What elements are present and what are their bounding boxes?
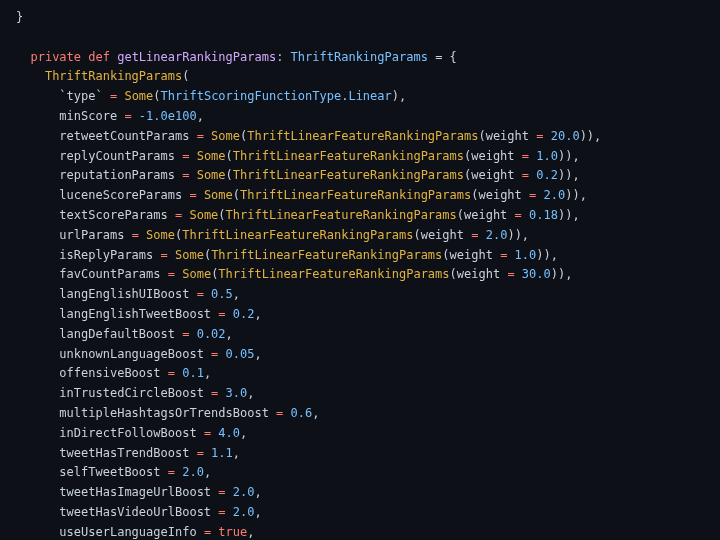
- some-call: Some: [175, 248, 204, 262]
- ranking-class: ThriftLinearFeatureRankingParams: [233, 149, 464, 163]
- weight-label: weight: [471, 149, 514, 163]
- colon: :: [276, 50, 283, 64]
- boost-name: langEnglishUIBoost: [59, 287, 189, 301]
- weight-label: weight: [450, 248, 493, 262]
- boost-val: 0.05: [226, 347, 255, 361]
- brace-close-prev: }: [16, 10, 23, 24]
- keyword-private: private: [30, 50, 81, 64]
- boost-val: 1.1: [211, 446, 233, 460]
- some-call: Some: [197, 149, 226, 163]
- weight-val: 1.0: [536, 149, 558, 163]
- eq-brace: = {: [435, 50, 457, 64]
- boost-val: 0.6: [291, 406, 313, 420]
- boost-name: unknownLanguageBoost: [59, 347, 204, 361]
- boost-name: tweetHasImageUrlBoost: [59, 485, 211, 499]
- boost-name: offensiveBoost: [59, 366, 160, 380]
- weight-label: weight: [457, 267, 500, 281]
- boost-val: 0.1: [182, 366, 204, 380]
- some-call: Some: [124, 89, 153, 103]
- eq: =: [110, 89, 117, 103]
- param-name: replyCountParams: [59, 149, 175, 163]
- some-call: Some: [146, 228, 175, 242]
- ranking-class: ThriftLinearFeatureRankingParams: [247, 129, 478, 143]
- useuserlang-val: true: [218, 525, 247, 539]
- boost-name: tweetHasVideoUrlBoost: [59, 505, 211, 519]
- ranking-class: ThriftLinearFeatureRankingParams: [218, 267, 449, 281]
- some-call: Some: [211, 129, 240, 143]
- weight-val: 0.2: [536, 168, 558, 182]
- weight-val: 20.0: [551, 129, 580, 143]
- param-type-name: `type`: [59, 89, 102, 103]
- boost-val: 0.2: [233, 307, 255, 321]
- some-call: Some: [197, 168, 226, 182]
- paren-open: (: [182, 69, 189, 83]
- ranking-class: ThriftLinearFeatureRankingParams: [211, 248, 442, 262]
- ctor-call: ThriftRankingParams: [45, 69, 182, 83]
- weight-val: 1.0: [515, 248, 537, 262]
- param-minscore-val: -1.0e100: [139, 109, 197, 123]
- weight-label: weight: [478, 188, 521, 202]
- weight-label: weight: [421, 228, 464, 242]
- enum-type: ThriftScoringFunctionType: [161, 89, 342, 103]
- boost-val: 4.0: [218, 426, 240, 440]
- ranking-class: ThriftLinearFeatureRankingParams: [233, 168, 464, 182]
- weight-val: 2.0: [486, 228, 508, 242]
- weight-label: weight: [486, 129, 529, 143]
- weight-val: 30.0: [522, 267, 551, 281]
- boost-name: langDefaultBoost: [59, 327, 175, 341]
- code-block: } private def getLinearRankingParams: Th…: [16, 8, 720, 540]
- boost-val: 3.0: [226, 386, 248, 400]
- function-name: getLinearRankingParams: [117, 50, 276, 64]
- some-call: Some: [189, 208, 218, 222]
- weight-label: weight: [471, 168, 514, 182]
- boost-name: selfTweetBoost: [59, 465, 160, 479]
- useuserlang-name: useUserLanguageInfo: [59, 525, 196, 539]
- param-name: reputationParams: [59, 168, 175, 182]
- return-type: ThriftRankingParams: [291, 50, 428, 64]
- weight-val: 2.0: [544, 188, 566, 202]
- param-name: retweetCountParams: [59, 129, 189, 143]
- boost-val: 2.0: [233, 505, 255, 519]
- boost-val: 2.0: [233, 485, 255, 499]
- some-call: Some: [204, 188, 233, 202]
- param-name: isReplyParams: [59, 248, 153, 262]
- param-minscore-name: minScore: [59, 109, 117, 123]
- ranking-class: ThriftLinearFeatureRankingParams: [226, 208, 457, 222]
- ranking-class: ThriftLinearFeatureRankingParams: [182, 228, 413, 242]
- ranking-class: ThriftLinearFeatureRankingParams: [240, 188, 471, 202]
- param-name: urlParams: [59, 228, 124, 242]
- boost-name: inDirectFollowBoost: [59, 426, 196, 440]
- boost-val: 0.5: [211, 287, 233, 301]
- param-name: textScoreParams: [59, 208, 167, 222]
- param-name: luceneScoreParams: [59, 188, 182, 202]
- enum-value: Linear: [348, 89, 391, 103]
- keyword-def: def: [88, 50, 110, 64]
- boost-name: tweetHasTrendBoost: [59, 446, 189, 460]
- boost-name: inTrustedCircleBoost: [59, 386, 204, 400]
- weight-val: 0.18: [529, 208, 558, 222]
- weight-label: weight: [464, 208, 507, 222]
- param-name: favCountParams: [59, 267, 160, 281]
- boost-val: 0.02: [197, 327, 226, 341]
- boost-name: multipleHashtagsOrTrendsBoost: [59, 406, 269, 420]
- some-call: Some: [182, 267, 211, 281]
- boost-name: langEnglishTweetBoost: [59, 307, 211, 321]
- boost-val: 2.0: [182, 465, 204, 479]
